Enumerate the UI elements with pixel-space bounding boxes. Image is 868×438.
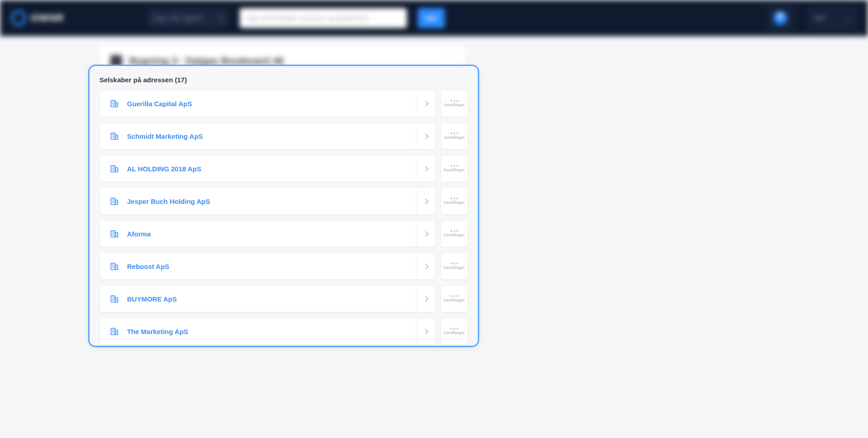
company-open-button[interactable] — [416, 221, 435, 247]
company-open-button[interactable] — [416, 253, 435, 279]
building-icon — [110, 294, 119, 303]
actions-label: handlinger — [444, 168, 465, 172]
chevron-right-icon — [423, 296, 429, 302]
actions-label: handlinger — [444, 233, 465, 237]
chevron-right-icon — [423, 198, 429, 204]
company-card: Reboost ApS — [99, 253, 435, 280]
companies-panel: Selskaber på adressen (17) Guerilla Capi… — [88, 65, 479, 347]
company-row: Schmidt Marketing ApShandlinger — [99, 122, 468, 150]
search-button[interactable]: SØG — [418, 8, 445, 28]
company-link[interactable]: BUYMORE ApS — [100, 294, 416, 303]
company-link[interactable]: Schmidt Marketing ApS — [100, 132, 416, 141]
actions-label: handlinger — [444, 298, 465, 302]
company-link[interactable]: The Marketing ApS — [100, 327, 416, 336]
company-open-button[interactable] — [416, 155, 435, 182]
company-actions-button[interactable]: handlinger — [441, 122, 468, 150]
building-icon — [110, 132, 119, 141]
company-actions-button[interactable]: handlinger — [441, 253, 468, 280]
dots-icon — [450, 198, 458, 199]
company-actions-button[interactable]: handlinger — [441, 188, 468, 215]
dots-icon — [450, 132, 458, 134]
company-actions-button[interactable]: handlinger — [441, 220, 468, 247]
search-placeholder: Søg virksomheder, personer og ejendomme — [246, 14, 369, 22]
actions-label: handlinger — [444, 103, 465, 107]
company-actions-button[interactable]: handlinger — [441, 285, 468, 312]
company-link[interactable]: Aforma — [100, 229, 416, 238]
company-link[interactable]: Jesper Buch Holding ApS — [100, 197, 416, 206]
company-row: BUYMORE ApShandlinger — [99, 285, 468, 312]
user-avatar-button[interactable] — [767, 5, 794, 32]
company-name: Schmidt Marketing ApS — [127, 132, 203, 140]
logo-ring-icon — [11, 10, 26, 26]
company-list: Guerilla Capital ApShandlingerSchmidt Ma… — [99, 90, 468, 345]
chevron-down-icon: ▾ — [220, 15, 222, 21]
company-row: Aformahandlinger — [99, 220, 468, 247]
company-link[interactable]: AL HOLDING 2018 ApS — [100, 164, 416, 173]
region-dropdown-label: Søg i alle registre — [154, 14, 203, 22]
company-card: AL HOLDING 2018 ApS — [99, 155, 435, 182]
chevron-right-icon — [423, 231, 429, 237]
dots-icon — [450, 100, 458, 102]
company-card: Aforma — [99, 220, 435, 247]
company-row: Jesper Buch Holding ApShandlinger — [99, 188, 468, 215]
chevron-right-icon — [423, 329, 429, 334]
building-icon — [110, 327, 119, 336]
actions-label: handlinger — [444, 135, 465, 140]
company-actions-button[interactable]: handlinger — [441, 90, 468, 117]
company-row: Guerilla Capital ApShandlinger — [99, 90, 468, 117]
company-name: Guerilla Capital ApS — [127, 100, 192, 108]
building-icon — [110, 229, 119, 238]
company-card: Schmidt Marketing ApS — [99, 122, 435, 150]
company-open-button[interactable] — [416, 188, 435, 214]
company-row: Reboost ApShandlinger — [99, 253, 468, 280]
dots-icon — [450, 263, 458, 264]
company-card: BUYMORE ApS — [99, 285, 435, 312]
chevron-down-icon: ⌄ — [846, 15, 851, 21]
actions-label: handlinger — [444, 265, 465, 270]
panel-title-prefix: Selskaber på adressen — [99, 76, 173, 84]
company-actions-button[interactable]: handlinger — [441, 318, 468, 345]
company-name: BUYMORE ApS — [127, 295, 177, 303]
user-menu-dropdown[interactable]: Mine ⌄ — [807, 6, 857, 30]
dots-icon — [450, 295, 458, 297]
actions-label: handlinger — [444, 330, 465, 335]
company-card: Guerilla Capital ApS — [99, 90, 435, 117]
company-open-button[interactable] — [416, 90, 435, 117]
app-logo[interactable]: OWNR — [11, 10, 64, 26]
panel-count: 17 — [177, 76, 185, 84]
region-dropdown[interactable]: Søg i alle registre ▾ — [147, 8, 229, 28]
chevron-right-icon — [423, 101, 429, 107]
dots-icon — [450, 165, 458, 167]
company-row: The Marketing ApShandlinger — [99, 318, 468, 345]
logo-text: OWNR — [31, 12, 64, 24]
building-icon — [110, 262, 119, 271]
company-card: The Marketing ApS — [99, 318, 435, 345]
user-menu-label: Mine — [814, 15, 826, 21]
chevron-right-icon — [423, 166, 429, 172]
actions-label: handlinger — [444, 200, 465, 205]
avatar-icon — [774, 11, 787, 25]
company-name: Aforma — [127, 230, 151, 238]
company-open-button[interactable] — [416, 123, 435, 149]
search-input[interactable]: Søg virksomheder, personer og ejendomme — [240, 8, 407, 28]
company-name: Jesper Buch Holding ApS — [127, 198, 210, 205]
topbar: OWNR Søg i alle registre ▾ Søg virksomhe… — [0, 0, 868, 36]
building-icon — [110, 164, 119, 173]
building-icon — [110, 197, 119, 206]
company-actions-button[interactable]: handlinger — [441, 155, 468, 182]
company-open-button[interactable] — [416, 318, 435, 344]
company-row: AL HOLDING 2018 ApShandlinger — [99, 155, 468, 182]
company-link[interactable]: Reboost ApS — [100, 262, 416, 271]
company-name: The Marketing ApS — [127, 328, 188, 335]
chevron-right-icon — [423, 133, 429, 139]
dots-icon — [450, 230, 458, 232]
company-link[interactable]: Guerilla Capital ApS — [100, 99, 416, 108]
dots-icon — [450, 328, 458, 330]
company-open-button[interactable] — [416, 286, 435, 312]
search-button-label: SØG — [425, 15, 438, 22]
company-name: Reboost ApS — [127, 263, 170, 270]
company-card: Jesper Buch Holding ApS — [99, 188, 435, 215]
companies-panel-title: Selskaber på adressen (17) — [99, 76, 468, 84]
building-icon — [110, 99, 119, 108]
company-name: AL HOLDING 2018 ApS — [127, 165, 201, 173]
